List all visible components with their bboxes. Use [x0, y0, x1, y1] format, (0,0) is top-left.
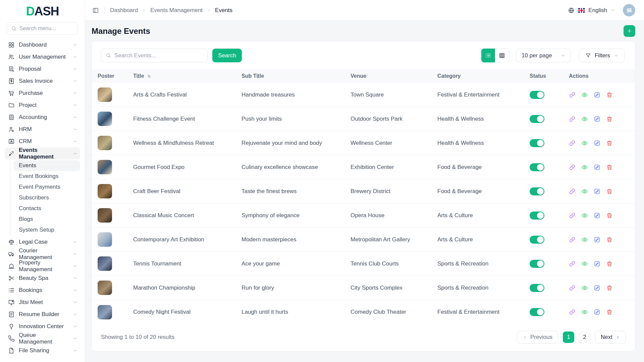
edit-action-icon[interactable]	[594, 92, 600, 98]
sidebar-item-sales-invoice[interactable]: Sales Invoice	[5, 75, 80, 87]
status-toggle[interactable]	[530, 163, 544, 171]
edit-action-icon[interactable]	[594, 140, 600, 146]
edit-action-icon[interactable]	[594, 285, 600, 291]
events-search-input[interactable]	[114, 52, 203, 59]
sidebar-item-legal-case[interactable]: Legal Case	[5, 236, 80, 248]
view-action-icon[interactable]	[581, 309, 588, 315]
link-action-icon[interactable]	[569, 188, 576, 195]
delete-action-icon[interactable]	[606, 188, 613, 195]
grid-view-button[interactable]	[495, 49, 509, 62]
status-toggle[interactable]	[530, 187, 544, 195]
event-poster[interactable]	[98, 160, 112, 174]
page-button-1[interactable]: 1	[563, 331, 574, 343]
link-action-icon[interactable]	[569, 285, 576, 291]
sidebar-item-project[interactable]: Project	[5, 99, 80, 111]
search-button[interactable]: Search	[212, 49, 242, 62]
event-poster[interactable]	[98, 87, 112, 102]
delete-action-icon[interactable]	[606, 260, 613, 267]
sidebar-item-bookings[interactable]: Bookings	[5, 284, 80, 296]
sidebar-search-input[interactable]	[19, 25, 74, 32]
globe-icon[interactable]	[568, 7, 575, 14]
event-poster[interactable]	[98, 232, 112, 247]
link-action-icon[interactable]	[569, 212, 576, 219]
view-action-icon[interactable]	[581, 92, 588, 98]
sidebar-subitem-contacts[interactable]: Contacts	[14, 203, 80, 214]
delete-action-icon[interactable]	[606, 116, 613, 122]
edit-action-icon[interactable]	[594, 164, 600, 171]
link-action-icon[interactable]	[569, 236, 576, 243]
language-selector[interactable]: English	[588, 7, 607, 14]
view-action-icon[interactable]	[581, 260, 588, 267]
view-action-icon[interactable]	[581, 285, 588, 291]
sidebar-item-events-management[interactable]: Events Management	[5, 147, 80, 160]
event-poster[interactable]	[98, 136, 112, 150]
sidebar-item-crm[interactable]: CRM	[5, 135, 80, 147]
sidebar-item-purchase[interactable]: Purchase	[5, 87, 80, 99]
sidebar-item-beauty-spa[interactable]: Beauty Spa	[5, 272, 80, 284]
sidebar-subitem-system-setup[interactable]: System Setup	[14, 225, 80, 235]
sidebar-item-dashboard[interactable]: Dashboard	[5, 39, 80, 51]
events-search[interactable]	[101, 49, 208, 62]
view-action-icon[interactable]	[581, 236, 588, 243]
event-poster[interactable]	[98, 112, 112, 126]
event-poster[interactable]	[98, 281, 112, 295]
list-view-button[interactable]	[481, 49, 495, 62]
breadcrumb-item-events[interactable]: Events	[215, 7, 232, 14]
event-poster[interactable]	[98, 184, 112, 198]
sidebar-subitem-event-payments[interactable]: Event Payments	[14, 182, 80, 192]
sidebar-toggle-icon[interactable]	[92, 7, 99, 14]
sidebar-item-resume-builder[interactable]: Resume Builder	[5, 308, 80, 320]
sidebar-item-property-management[interactable]: Property Management	[5, 260, 80, 272]
sidebar-subitem-subscribers[interactable]: Subscribers	[14, 192, 80, 203]
sidebar-item-accounting[interactable]: Accounting	[5, 111, 80, 123]
add-event-button[interactable]	[624, 25, 635, 37]
sidebar-subitem-event-bookings[interactable]: Event Bookings	[14, 171, 80, 182]
filters-button[interactable]: Filters	[579, 49, 625, 62]
breadcrumb-item-events-management[interactable]: Events Management	[150, 7, 203, 14]
link-action-icon[interactable]	[569, 116, 576, 122]
edit-action-icon[interactable]	[594, 236, 600, 243]
sidebar-item-hrm[interactable]: HRM	[5, 123, 80, 135]
next-page-button[interactable]: Next	[595, 331, 626, 344]
breadcrumb-item-dashboard[interactable]: Dashboard	[110, 7, 138, 14]
edit-action-icon[interactable]	[594, 188, 600, 195]
delete-action-icon[interactable]	[606, 236, 613, 243]
delete-action-icon[interactable]	[606, 92, 613, 98]
per-page-select[interactable]: 10 per page	[516, 49, 571, 62]
link-action-icon[interactable]	[569, 309, 576, 315]
link-action-icon[interactable]	[569, 92, 576, 98]
delete-action-icon[interactable]	[606, 164, 613, 171]
sort-icon[interactable]	[147, 74, 152, 79]
status-toggle[interactable]	[530, 115, 544, 123]
sidebar-item-jitsi-meet[interactable]: Jitsi Meet	[5, 296, 80, 308]
delete-action-icon[interactable]	[606, 140, 613, 146]
view-action-icon[interactable]	[581, 164, 588, 171]
link-action-icon[interactable]	[569, 140, 576, 146]
link-action-icon[interactable]	[569, 164, 576, 171]
sidebar-search[interactable]	[7, 22, 78, 35]
page-button-2[interactable]: 2	[579, 331, 590, 343]
sidebar-item-queue-management[interactable]: Queue Management	[5, 333, 80, 345]
status-toggle[interactable]	[530, 236, 544, 244]
chevron-down-icon[interactable]	[610, 8, 615, 12]
sidebar-subitem-blogs[interactable]: Blogs	[14, 214, 80, 225]
edit-action-icon[interactable]	[594, 212, 600, 219]
sidebar-subitem-events[interactable]: Events	[14, 160, 80, 171]
event-poster[interactable]	[98, 208, 112, 223]
status-toggle[interactable]	[530, 212, 544, 220]
view-action-icon[interactable]	[581, 140, 588, 146]
edit-action-icon[interactable]	[594, 309, 600, 315]
edit-action-icon[interactable]	[594, 260, 600, 267]
link-action-icon[interactable]	[569, 260, 576, 267]
view-action-icon[interactable]	[581, 116, 588, 122]
status-toggle[interactable]	[530, 284, 544, 292]
user-avatar[interactable]	[623, 4, 635, 16]
status-toggle[interactable]	[530, 139, 544, 147]
event-poster[interactable]	[98, 256, 112, 271]
sidebar-item-innovation-center[interactable]: Innovation Center	[5, 320, 80, 333]
sidebar-item-file-sharing[interactable]: File Sharing	[5, 345, 80, 357]
delete-action-icon[interactable]	[606, 212, 613, 219]
sidebar-item-proposal[interactable]: Proposal	[5, 63, 80, 75]
view-action-icon[interactable]	[581, 212, 588, 219]
status-toggle[interactable]	[530, 91, 544, 99]
